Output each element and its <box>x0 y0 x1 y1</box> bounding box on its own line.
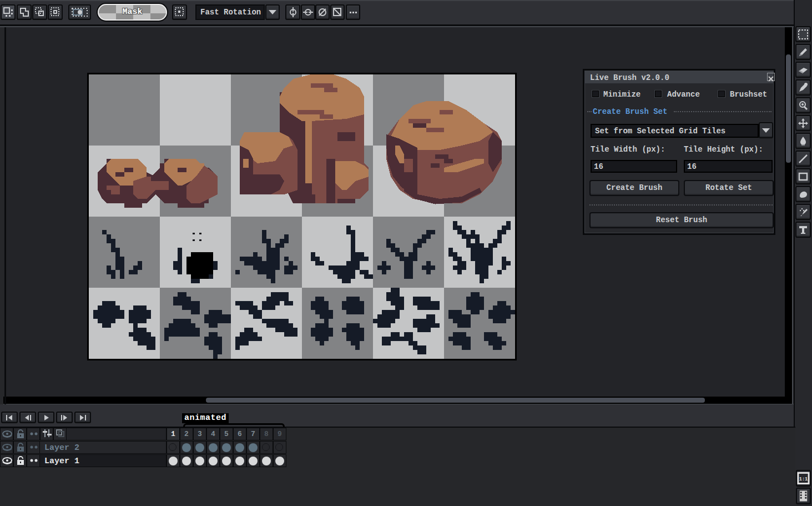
svg-text:1:1: 1:1 <box>799 477 808 482</box>
